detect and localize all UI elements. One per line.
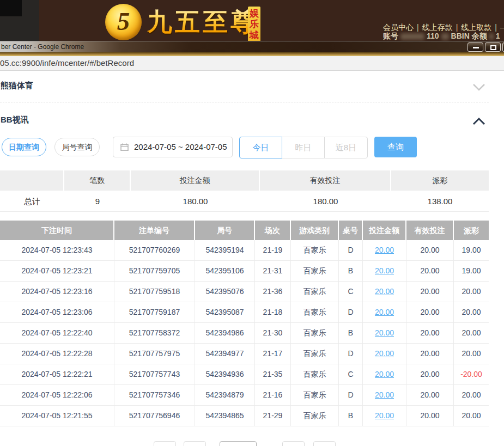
bet-amount-link[interactable]: 20.00 bbox=[375, 308, 394, 316]
table-cell: 20.00 bbox=[406, 302, 454, 322]
table-cell: 521707756946 bbox=[114, 406, 195, 426]
bet-amount-link[interactable]: 20.00 bbox=[375, 390, 394, 399]
table-cell: 21-35 bbox=[255, 364, 291, 384]
calendar-icon bbox=[120, 143, 129, 151]
table-cell: C bbox=[339, 364, 363, 384]
table-cell: 20.00 bbox=[406, 282, 454, 302]
table-cell: 百家乐 bbox=[291, 261, 339, 281]
bet-table-header-cell: 场次 bbox=[255, 221, 291, 240]
table-cell: 2024-07-05 12:23:21 bbox=[0, 261, 114, 281]
table-cell: 542395194 bbox=[195, 240, 255, 260]
nav-member-center-link[interactable]: 会员中心 bbox=[383, 23, 414, 32]
bet-record-table: 下注时间注单编号局号场次游戏类别桌号投注金额有效投注派彩 2024-07-05 … bbox=[0, 221, 489, 426]
chevron-up-icon[interactable] bbox=[472, 117, 486, 126]
nav-withdraw-link[interactable]: 线上取款 bbox=[461, 23, 491, 32]
table-cell: 542395087 bbox=[195, 302, 255, 322]
table-cell: 2024-07-05 12:23:43 bbox=[0, 240, 114, 260]
wallet-amount: 1 bbox=[496, 32, 500, 40]
yesterday-button[interactable]: 昨日 bbox=[282, 137, 325, 158]
wallet-label: BBIN 余额 bbox=[451, 32, 487, 40]
section-bb-video[interactable]: BB视讯 bbox=[1, 115, 29, 125]
nav-separator: | bbox=[453, 23, 462, 32]
summary-header-cell: 派彩 bbox=[391, 170, 489, 191]
summary-count: 9 bbox=[64, 191, 131, 212]
table-cell: 542394977 bbox=[195, 344, 255, 364]
table-cell: 20.00 bbox=[406, 406, 454, 426]
table-cell: 542394986 bbox=[195, 323, 255, 343]
table-cell: 20.00 bbox=[406, 364, 454, 384]
minimize-icon bbox=[473, 47, 479, 48]
table-cell: 百家乐 bbox=[291, 385, 339, 405]
bet-table-header-cell: 派彩 bbox=[454, 221, 489, 240]
summary-table: 笔数 投注金额 有效投注 派彩 总计 9 180.00 180.00 138.0… bbox=[0, 170, 489, 212]
table-cell: 20.00 bbox=[363, 261, 406, 281]
bet-amount-link[interactable]: 20.00 bbox=[375, 246, 394, 254]
table-cell: 20.00 bbox=[406, 344, 454, 364]
table-cell: 20.00 bbox=[363, 406, 406, 426]
date-range-input[interactable]: 2024-07-05 ~ 2024-07-05 bbox=[113, 137, 233, 157]
chevron-down-icon[interactable] bbox=[472, 83, 486, 91]
window-title: ber Center - Google Chrome bbox=[1, 43, 84, 51]
summary-total-label: 总计 bbox=[0, 191, 64, 212]
url-bar[interactable]: 05.cc:9900/infe/mcenter/#/betRecord bbox=[0, 56, 504, 71]
minimize-button[interactable] bbox=[467, 42, 483, 52]
account-value: 110 bbox=[427, 32, 439, 40]
bet-table-header-cell: 投注金额 bbox=[363, 221, 406, 240]
pagination-button[interactable] bbox=[282, 441, 305, 446]
table-cell: 20.00 bbox=[454, 385, 489, 405]
bet-amount-link[interactable]: 20.00 bbox=[375, 411, 394, 420]
last-8-days-button[interactable]: 近8日 bbox=[324, 137, 368, 158]
screen: 5 九五至尊 娱乐城 会员中心|线上存款|线上取款|— 账号110BBIN 余额… bbox=[0, 0, 504, 446]
table-cell: 542394936 bbox=[195, 364, 255, 384]
summary-total-row: 总计 9 180.00 180.00 138.00 bbox=[0, 191, 489, 212]
table-cell: 20.00 bbox=[454, 323, 489, 343]
maximize-button[interactable] bbox=[485, 42, 501, 52]
date-query-tab[interactable]: 日期查询 bbox=[2, 138, 46, 156]
today-button[interactable]: 今日 bbox=[239, 137, 282, 158]
table-cell: 2024-07-05 12:22:21 bbox=[0, 364, 114, 384]
bet-amount-link[interactable]: 20.00 bbox=[375, 287, 394, 296]
bet-amount-link[interactable]: 20.00 bbox=[375, 349, 394, 358]
table-cell: 20.00 bbox=[454, 406, 489, 426]
table-cell: 21-30 bbox=[255, 323, 291, 343]
bet-amount-link[interactable]: 20.00 bbox=[375, 370, 394, 378]
summary-bet-amount: 180.00 bbox=[131, 191, 260, 212]
table-row: 2024-07-05 12:22:28521707757975542394977… bbox=[0, 344, 489, 364]
bet-amount-link[interactable]: 20.00 bbox=[375, 266, 394, 275]
section-panda-sports[interactable]: 熊猫体育 bbox=[1, 81, 33, 91]
table-row: 2024-07-05 12:23:43521707760269542395194… bbox=[0, 240, 489, 261]
table-cell: 542395106 bbox=[195, 261, 255, 281]
pagination-button[interactable] bbox=[313, 441, 336, 446]
bet-table-header-cell: 游戏类别 bbox=[291, 221, 339, 240]
pagination-button[interactable] bbox=[184, 441, 206, 446]
table-cell: -20.00 bbox=[454, 364, 489, 384]
bet-table-header-cell: 下注时间 bbox=[0, 221, 114, 240]
pagination-current-page[interactable] bbox=[220, 441, 257, 446]
table-cell: 百家乐 bbox=[291, 302, 339, 322]
bet-table-header-cell: 有效投注 bbox=[406, 221, 454, 240]
table-cell: 20.00 bbox=[363, 344, 406, 364]
table-cell: 21-16 bbox=[255, 385, 291, 405]
table-cell: D bbox=[339, 385, 363, 405]
nav-deposit-link[interactable]: 线上存款 bbox=[422, 23, 453, 32]
maximize-icon bbox=[490, 45, 496, 50]
nav-clipped-link: — bbox=[500, 23, 504, 32]
table-cell: 百家乐 bbox=[291, 240, 339, 260]
account-label: 账号 bbox=[383, 32, 398, 40]
table-cell: 521707759518 bbox=[114, 282, 195, 302]
table-cell: 521707759187 bbox=[114, 302, 195, 322]
round-query-tab[interactable]: 局号查询 bbox=[54, 138, 100, 156]
bet-amount-link[interactable]: 20.00 bbox=[375, 328, 394, 337]
summary-header-cell: 投注金额 bbox=[131, 170, 260, 191]
search-button[interactable]: 查询 bbox=[374, 137, 417, 157]
section-divider bbox=[0, 102, 489, 102]
background-black-box bbox=[0, 0, 22, 16]
bet-table-body: 2024-07-05 12:23:43521707760269542395194… bbox=[0, 240, 489, 426]
window-titlebar[interactable]: ber Center - Google Chrome bbox=[0, 41, 504, 52]
quick-date-group: 今日 昨日 近8日 bbox=[239, 137, 368, 158]
table-cell: 19.00 bbox=[454, 261, 489, 281]
table-cell: 20.00 bbox=[363, 302, 406, 322]
pagination-button[interactable] bbox=[154, 441, 176, 446]
table-cell: C bbox=[339, 282, 363, 302]
table-cell: 百家乐 bbox=[291, 406, 339, 426]
